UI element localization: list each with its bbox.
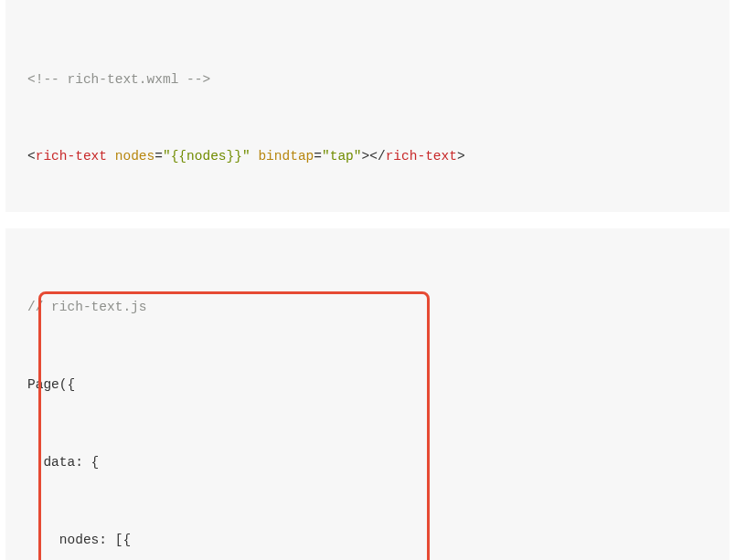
line-page: Page({ <box>27 372 708 397</box>
attr-bindtap: bindtap <box>258 149 314 164</box>
attr-nodes: nodes <box>115 149 155 164</box>
eq: = <box>154 149 163 164</box>
attr-nodes-val: "{{nodes}}" <box>163 149 250 164</box>
code-block-wxml: <!-- rich-text.wxml --> <rich-text nodes… <box>5 0 730 212</box>
eq2: = <box>314 149 322 164</box>
highlight-box <box>38 291 430 560</box>
line-data: data: { <box>27 449 708 475</box>
close-lt: </ <box>369 149 385 164</box>
line-nodes: nodes: [{ <box>27 527 708 553</box>
code-block-js: // rich-text.js Page({ data: { nodes: [{… <box>5 228 730 560</box>
close-tag-name: rich-text <box>386 149 457 164</box>
tag-name: rich-text <box>36 149 107 164</box>
attr-bindtap-val: "tap" <box>322 149 362 164</box>
close-gt: > <box>457 149 465 164</box>
js-comment: // rich-text.js <box>27 294 708 320</box>
wxml-comment: <!-- rich-text.wxml --> <box>27 67 708 92</box>
lt: < <box>27 149 36 164</box>
gt: > <box>362 149 370 164</box>
wxml-tag-line: <rich-text nodes="{{nodes}}" bindtap="ta… <box>27 143 708 169</box>
